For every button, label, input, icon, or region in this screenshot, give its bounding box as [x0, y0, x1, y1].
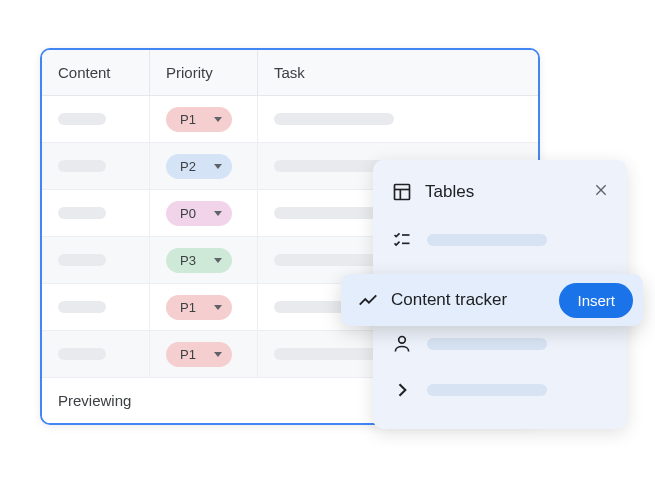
panel-item-placeholder: [427, 234, 547, 246]
priority-chip[interactable]: P2: [166, 154, 232, 179]
priority-chip[interactable]: P1: [166, 342, 232, 367]
chevron-down-icon: [214, 258, 222, 263]
panel-title: Tables: [391, 181, 474, 203]
cell-content[interactable]: [42, 284, 150, 330]
checklist-icon: [391, 229, 413, 251]
cell-priority[interactable]: P3: [150, 237, 258, 283]
panel-header: Tables: [373, 174, 627, 217]
chevron-right-icon: [391, 379, 413, 401]
chevron-down-icon: [214, 352, 222, 357]
task-placeholder: [274, 113, 394, 125]
table-header-row: Content Priority Task: [42, 50, 538, 96]
panel-item-people[interactable]: [373, 321, 627, 367]
panel-title-text: Tables: [425, 182, 474, 202]
cell-content[interactable]: [42, 190, 150, 236]
cell-priority[interactable]: P0: [150, 190, 258, 236]
priority-label: P1: [180, 300, 196, 315]
priority-label: P1: [180, 347, 196, 362]
priority-chip[interactable]: P1: [166, 295, 232, 320]
table-icon: [391, 181, 413, 203]
cell-priority[interactable]: P2: [150, 143, 258, 189]
panel-item-placeholder: [427, 384, 547, 396]
column-header-task[interactable]: Task: [258, 50, 538, 95]
content-placeholder: [58, 207, 106, 219]
cell-content[interactable]: [42, 96, 150, 142]
chevron-down-icon: [214, 211, 222, 216]
cell-content[interactable]: [42, 237, 150, 283]
column-header-content[interactable]: Content: [42, 50, 150, 95]
content-placeholder: [58, 254, 106, 266]
priority-chip[interactable]: P3: [166, 248, 232, 273]
chevron-down-icon: [214, 305, 222, 310]
cell-priority[interactable]: P1: [150, 96, 258, 142]
content-placeholder: [58, 160, 106, 172]
panel-item-more[interactable]: [373, 367, 627, 413]
column-header-priority[interactable]: Priority: [150, 50, 258, 95]
priority-label: P3: [180, 253, 196, 268]
cell-content[interactable]: [42, 331, 150, 377]
table-row[interactable]: P1: [42, 96, 538, 143]
svg-point-7: [399, 337, 406, 344]
chevron-down-icon: [214, 164, 222, 169]
priority-chip[interactable]: P1: [166, 107, 232, 132]
cell-priority[interactable]: P1: [150, 284, 258, 330]
cell-content[interactable]: [42, 143, 150, 189]
content-placeholder: [58, 113, 106, 125]
content-placeholder: [58, 348, 106, 360]
panel-item-checklist[interactable]: [373, 217, 627, 263]
insert-button[interactable]: Insert: [559, 283, 633, 318]
priority-label: P0: [180, 206, 196, 221]
content-placeholder: [58, 301, 106, 313]
svg-rect-0: [395, 184, 410, 199]
cell-task[interactable]: [258, 96, 538, 142]
close-icon[interactable]: [593, 180, 609, 203]
trend-icon: [357, 289, 379, 311]
priority-label: P1: [180, 112, 196, 127]
chevron-down-icon: [214, 117, 222, 122]
cell-priority[interactable]: P1: [150, 331, 258, 377]
content-tracker-label: Content tracker: [391, 290, 547, 310]
user-icon: [391, 333, 413, 355]
priority-chip[interactable]: P0: [166, 201, 232, 226]
panel-item-content-tracker[interactable]: Content tracker Insert: [341, 274, 643, 326]
panel-item-placeholder: [427, 338, 547, 350]
priority-label: P2: [180, 159, 196, 174]
